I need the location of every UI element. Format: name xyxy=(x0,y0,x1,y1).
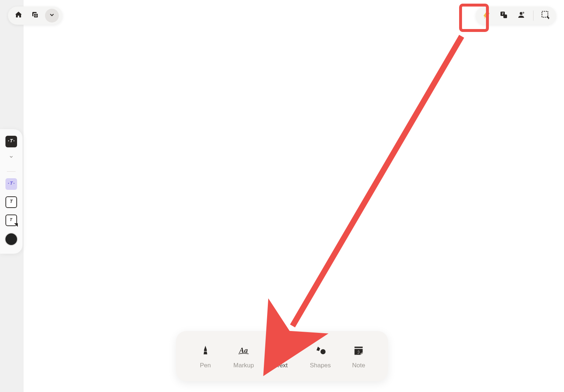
svg-text:T: T xyxy=(10,180,13,186)
text-style-side-panel: T T T T xyxy=(0,129,23,254)
text-header-icon: T xyxy=(8,137,15,146)
lasso-button[interactable] xyxy=(539,9,552,23)
annotate-button[interactable] xyxy=(479,9,493,23)
text-stamp-icon: T xyxy=(499,11,508,21)
chevron-down-icon xyxy=(9,154,14,161)
svg-text:T: T xyxy=(10,138,13,143)
text-label: Text xyxy=(276,362,287,369)
text-bordered-icon: T xyxy=(8,198,15,206)
text-style-boxed-button[interactable]: T xyxy=(5,178,17,190)
svg-point-15 xyxy=(13,183,15,184)
pen-label: Pen xyxy=(200,362,211,369)
shapes-label: Shapes xyxy=(310,362,331,369)
svg-text:;): ;) xyxy=(357,350,359,354)
svg-point-22 xyxy=(286,350,288,351)
svg-point-21 xyxy=(275,350,277,351)
shapes-tool-button[interactable]: Shapes xyxy=(303,343,338,369)
highlighter-icon xyxy=(482,11,491,21)
home-icon xyxy=(14,11,23,21)
text-style-bordered-button[interactable]: T xyxy=(5,196,17,208)
shapes-icon xyxy=(313,343,328,358)
bottom-tools-toolbar: Pen Aa Markup T Text Shapes ;) Note xyxy=(176,331,388,381)
image-button[interactable] xyxy=(514,9,528,23)
text-tool-icon: T xyxy=(275,343,289,358)
pen-icon xyxy=(198,343,213,358)
markup-tool-button[interactable]: Aa Markup xyxy=(226,343,261,369)
note-label: Note xyxy=(352,362,365,369)
svg-rect-3 xyxy=(483,11,490,18)
svg-rect-24 xyxy=(355,347,363,348)
text-stamp-button[interactable]: T xyxy=(497,9,511,23)
svg-point-11 xyxy=(8,140,9,142)
text-boxed-icon: T xyxy=(8,180,15,188)
top-left-toolbar xyxy=(8,7,62,25)
markup-icon: Aa xyxy=(236,343,251,358)
note-tool-button[interactable]: ;) Note xyxy=(341,343,376,369)
text-style-header-button[interactable]: T xyxy=(5,136,17,147)
text-tool-button[interactable]: T Text xyxy=(265,343,299,369)
svg-point-23 xyxy=(320,349,326,354)
svg-text:Aa: Aa xyxy=(239,346,248,354)
home-button[interactable] xyxy=(12,9,25,23)
text-style-sticky-button[interactable]: T xyxy=(5,215,17,226)
chevron-down-icon xyxy=(49,12,55,20)
lasso-icon xyxy=(541,10,550,21)
side-separator xyxy=(7,171,16,172)
svg-text:T: T xyxy=(10,199,13,204)
svg-rect-6 xyxy=(503,15,507,18)
top-right-toolbar: T xyxy=(476,7,556,25)
layers-icon xyxy=(31,11,40,21)
svg-rect-9 xyxy=(542,11,548,17)
corner-fold xyxy=(14,223,18,227)
expand-button[interactable] xyxy=(45,9,59,23)
pages-button[interactable] xyxy=(28,9,42,23)
svg-point-14 xyxy=(8,183,9,184)
toolbar-separator xyxy=(533,11,534,21)
note-icon: ;) xyxy=(351,343,366,358)
image-person-icon xyxy=(517,11,526,21)
text-style-expand-button[interactable] xyxy=(5,152,17,163)
pen-tool-button[interactable]: Pen xyxy=(188,343,223,369)
markup-label: Markup xyxy=(233,362,254,369)
text-sticky-icon: T xyxy=(8,216,15,224)
svg-point-12 xyxy=(13,140,15,142)
svg-text:T: T xyxy=(10,217,13,222)
text-color-swatch[interactable] xyxy=(5,233,18,246)
